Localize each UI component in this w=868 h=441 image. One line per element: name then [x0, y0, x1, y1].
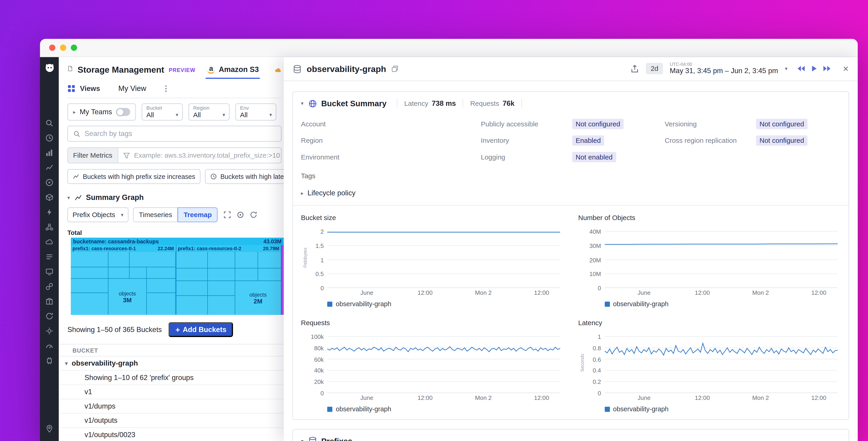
treemap-tile[interactable] — [235, 268, 258, 281]
filter-metrics-input[interactable]: Filter Metrics Example: aws.s3.inventory… — [67, 147, 282, 164]
hosts-icon[interactable] — [45, 267, 54, 276]
requests-chart[interactable]: Requests 100k80k60k40k20k0 June12:00Mon … — [301, 319, 563, 412]
treemap-tile[interactable] — [147, 267, 176, 278]
treemap-tile[interactable] — [208, 252, 235, 268]
treemap-toggle-button[interactable]: Treemap — [178, 207, 217, 222]
plot-area[interactable] — [604, 227, 837, 288]
time-range-badge[interactable]: 2d — [646, 63, 663, 75]
metrics-icon[interactable] — [45, 149, 54, 157]
logs-icon[interactable] — [45, 253, 54, 261]
treemap-tile[interactable] — [108, 267, 129, 278]
minimize-window-button[interactable] — [60, 45, 66, 51]
skip-forward-icon[interactable] — [823, 65, 832, 72]
pin-icon[interactable] — [45, 424, 54, 433]
copy-icon[interactable] — [391, 65, 399, 73]
chevron-down-icon[interactable]: ▾ — [65, 360, 68, 366]
bucket-filter-dropdown[interactable]: Bucket All▾ — [142, 104, 183, 121]
profiling-icon[interactable] — [45, 356, 54, 365]
infrastructure-icon[interactable] — [45, 193, 54, 202]
treemap-tile[interactable] — [71, 279, 108, 292]
integrations-icon[interactable] — [45, 282, 54, 291]
chart-legend[interactable]: observability-graph — [327, 406, 563, 412]
add-buckets-button[interactable]: + Add Buckets — [169, 322, 234, 337]
treemap-tile[interactable] — [71, 252, 108, 267]
treemap-objects-tile[interactable]: objects 2M — [235, 281, 281, 315]
cloud-icon[interactable] — [45, 238, 54, 246]
table-row[interactable]: ▾ observability-graph — [59, 356, 284, 371]
metric-select-dropdown[interactable]: Prefix Objects ▾ — [67, 207, 129, 222]
treemap-tile[interactable] — [71, 267, 108, 278]
treemap-tile[interactable] — [208, 268, 235, 281]
plot-area[interactable] — [327, 332, 560, 393]
my-teams-filter[interactable]: ▸ My Teams — [67, 104, 136, 121]
treemap-group-header[interactable]: prefix1: cass-resources-tl-2 20.79M — [176, 245, 281, 252]
treemap-tile[interactable] — [258, 252, 281, 268]
bucket-size-chart[interactable]: Bucket size Pebibytes 21.510.50 June12:0… — [301, 214, 563, 307]
plot-area[interactable] — [327, 227, 560, 288]
latency-chart[interactable]: Latency Seconds 10.80.60.40.20 June12:00… — [578, 319, 841, 412]
treemap-tile[interactable] — [208, 281, 235, 296]
treemap-bucket-header[interactable]: bucketname: cassandra-backups 43.03M — [71, 238, 284, 245]
packages-icon[interactable] — [45, 297, 54, 306]
apm-icon[interactable] — [45, 208, 54, 216]
treemap-tile[interactable] — [130, 267, 146, 278]
network-map-icon[interactable] — [45, 223, 54, 232]
views-label[interactable]: Views — [80, 84, 100, 92]
more-options-icon[interactable]: ⋮ — [162, 84, 170, 93]
chart-legend[interactable]: observability-graph — [327, 300, 563, 307]
summary-graph-header[interactable]: ▾ Summary Graph — [67, 193, 282, 202]
chart-legend[interactable]: observability-graph — [604, 406, 841, 412]
plot-area[interactable] — [604, 332, 837, 393]
prefixes-header[interactable]: ▾ Prefixes — [301, 436, 841, 441]
play-icon[interactable] — [811, 65, 817, 72]
treemap-next-bucket-sliver[interactable] — [281, 245, 284, 315]
treemap-tile[interactable] — [208, 296, 235, 315]
chart-legend[interactable]: observability-graph — [604, 300, 841, 307]
treemap-tile[interactable] — [235, 252, 258, 268]
table-row[interactable]: v1/outputs/0023 — [59, 428, 284, 441]
table-row[interactable]: v1 — [59, 385, 284, 400]
treemap-tile[interactable] — [176, 268, 207, 281]
refresh-icon[interactable] — [249, 211, 257, 219]
treemap-tile[interactable] — [71, 293, 108, 315]
tab-amazon-s3[interactable]: a Amazon S3 — [206, 65, 260, 79]
snapshot-icon[interactable] — [237, 211, 244, 219]
treemap-tile[interactable] — [108, 252, 129, 267]
treemap-tile[interactable] — [176, 252, 207, 268]
search-icon[interactable] — [45, 119, 54, 127]
tab-my-view[interactable]: My View — [118, 84, 146, 93]
treemap-tile[interactable] — [147, 279, 176, 292]
settings-icon[interactable] — [45, 327, 54, 335]
my-teams-toggle[interactable] — [116, 108, 130, 116]
env-filter-dropdown[interactable]: Env All▾ — [236, 104, 277, 121]
close-window-button[interactable] — [49, 45, 56, 51]
lifecycle-policy-toggle[interactable]: ▸ Lifecycle policy — [301, 189, 841, 197]
search-input[interactable]: Search by tags — [67, 126, 282, 142]
datadog-logo[interactable] — [43, 62, 55, 73]
timeseries-toggle-button[interactable]: Timeseries — [133, 207, 178, 222]
treemap-group-header[interactable]: prefix1: cass-resources-tl-1 22.24M — [71, 245, 176, 252]
sync-icon[interactable] — [45, 312, 54, 321]
zoom-window-button[interactable] — [71, 45, 77, 51]
treemap-tile[interactable] — [176, 296, 207, 315]
treemap-tile[interactable] — [147, 293, 176, 315]
date-range-picker[interactable]: UTC-04:00 May 31, 3:45 pm – Jun 2, 3:45 … — [670, 62, 778, 75]
treemap-tile[interactable] — [130, 252, 176, 267]
fullscreen-icon[interactable] — [223, 211, 231, 219]
dashboards-icon[interactable] — [45, 164, 54, 172]
region-filter-dropdown[interactable]: Region All▾ — [189, 104, 230, 121]
close-panel-icon[interactable]: × — [843, 64, 848, 74]
chevron-down-icon[interactable]: ▾ — [785, 66, 787, 72]
share-icon[interactable] — [631, 64, 639, 73]
google-cloud-icon[interactable] — [275, 66, 281, 74]
treemap-objects-tile[interactable]: objects 3M — [108, 279, 146, 315]
quick-filter-latency-button[interactable]: Buckets with high latency — [205, 169, 284, 184]
number-of-objects-chart[interactable]: Number of Objects 40M30M20M10M0 June12:0… — [578, 214, 841, 307]
skip-back-icon[interactable] — [797, 65, 805, 72]
table-row[interactable]: v1/dumps — [59, 400, 284, 414]
treemap-tile[interactable] — [258, 268, 281, 281]
quick-filter-prefix-size-button[interactable]: Buckets with high prefix size increases — [67, 169, 200, 184]
history-icon[interactable] — [45, 134, 54, 142]
watchdog-icon[interactable] — [45, 178, 54, 187]
table-row[interactable]: v1/outputs — [59, 414, 284, 428]
